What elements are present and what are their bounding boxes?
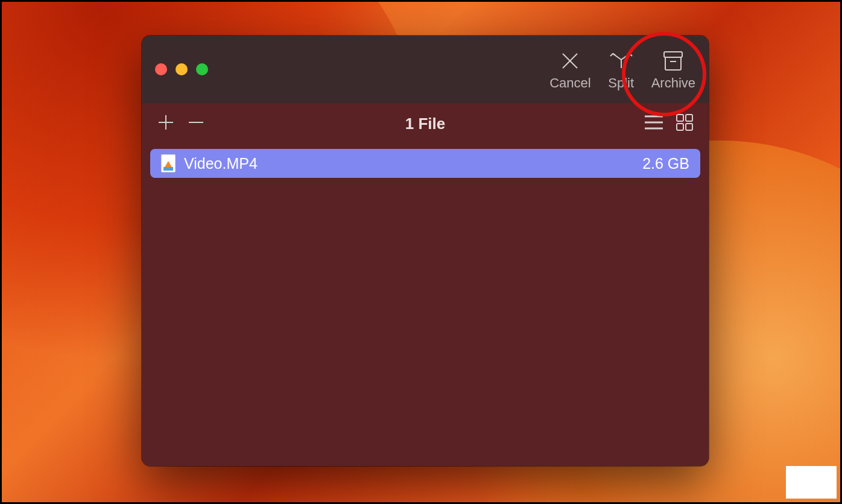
window-controls xyxy=(155,63,208,75)
file-name: Video.MP4 xyxy=(184,155,258,172)
list-view-button[interactable] xyxy=(644,114,664,133)
subtoolbar: 1 File xyxy=(142,103,709,144)
x-icon xyxy=(559,49,581,73)
archive-box-icon xyxy=(661,49,685,73)
cancel-label: Cancel xyxy=(549,77,590,90)
remove-file-button[interactable] xyxy=(186,113,206,134)
titlebar: Cancel Split xyxy=(142,36,709,103)
archive-label: Archive xyxy=(651,77,695,90)
toolbar-actions: Cancel Split xyxy=(549,49,695,90)
svg-rect-3 xyxy=(664,52,682,57)
minus-icon xyxy=(186,113,206,132)
file-size: 2.6 GB xyxy=(642,155,689,172)
svg-rect-13 xyxy=(677,124,683,130)
grid-view-button[interactable] xyxy=(675,113,694,134)
list-lines-icon xyxy=(644,114,664,131)
grid-squares-icon xyxy=(675,113,694,132)
watermark-box xyxy=(786,466,837,499)
split-arrows-icon xyxy=(608,49,635,73)
cancel-button[interactable]: Cancel xyxy=(549,49,590,90)
svg-rect-14 xyxy=(686,124,692,130)
svg-rect-12 xyxy=(686,115,692,121)
add-file-button[interactable] xyxy=(156,113,176,134)
file-type-icon xyxy=(161,154,176,172)
split-button[interactable]: Split xyxy=(608,49,635,90)
plus-icon xyxy=(156,113,176,132)
file-count-label: 1 File xyxy=(142,115,709,133)
window-minimize-button[interactable] xyxy=(176,63,188,75)
archive-button[interactable]: Archive xyxy=(651,49,695,90)
window-fullscreen-button[interactable] xyxy=(196,63,208,75)
svg-rect-11 xyxy=(677,115,683,121)
window-close-button[interactable] xyxy=(155,63,167,75)
file-list: Video.MP4 2.6 GB xyxy=(142,144,709,183)
split-label: Split xyxy=(608,77,634,90)
file-row[interactable]: Video.MP4 2.6 GB xyxy=(150,149,700,178)
app-window: Cancel Split xyxy=(142,36,709,466)
